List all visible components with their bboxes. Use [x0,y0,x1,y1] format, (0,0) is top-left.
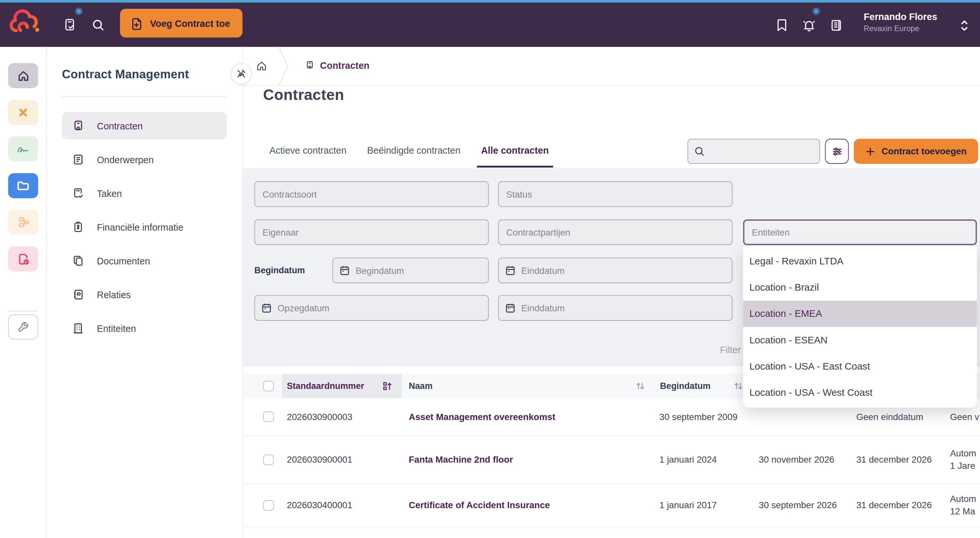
column-header-begindatum[interactable]: Begindatum [660,381,710,391]
select-all-checkbox[interactable] [263,381,274,391]
entities-building-icon [72,322,84,334]
contracts-shortcut-button[interactable] [61,16,78,33]
sort-numeric-icon[interactable] [382,381,392,391]
calendar-icon [261,302,272,314]
filter-contractsoort [255,181,489,207]
column-header-standaardnummer[interactable]: Standaardnummer [287,381,364,391]
eigenaar-input[interactable] [255,220,489,245]
app-logo-cloud[interactable] [9,9,43,41]
tasks-icon [72,187,84,199]
voeg-contract-toe-button[interactable]: Voeg Contract toe [120,9,242,38]
dropdown-option-legal-revaxin-ltda[interactable]: Legal - Revaxin LTDA [743,248,977,275]
contracts-notification-dot [75,8,83,15]
folder-icon [16,180,30,192]
row-checkbox[interactable] [263,412,274,422]
news-icon [829,18,843,32]
rail-item-signature[interactable] [8,136,38,161]
rail-item-structure[interactable] [8,209,38,234]
breadcrumb-separator [278,47,289,88]
cell-opzegdatum: 30 september 2026 [759,500,837,511]
sidebar-item-financiele-informatie[interactable]: Financiële informatie [62,213,227,241]
filter-link[interactable]: Filter [720,344,741,355]
bell-icon [802,18,816,32]
relations-icon [72,288,84,301]
sidebar-divider [62,96,226,97]
rail-item-settings[interactable] [8,315,38,339]
page-title: Contracten [263,86,344,103]
notifications-button[interactable] [800,17,817,33]
org-chart-icon [17,215,30,228]
sidebar-item-documenten[interactable]: Documenten [62,247,227,275]
begindatum-input[interactable] [332,258,489,283]
row-checkbox[interactable] [263,454,274,465]
table-row[interactable]: 2026030400001 Certificate of Accident In… [243,484,980,527]
cell-standaardnummer: 2026030900001 [287,454,352,465]
calendar-icon [504,264,516,276]
filter-opzegdatum [255,295,489,321]
sidebar-item-onderwerpen[interactable]: Onderwerpen [62,146,227,173]
global-search-button[interactable] [90,17,107,33]
topics-icon [72,153,84,166]
sidebar-item-contracten[interactable]: Contracten [62,112,227,140]
rail-divider [8,310,38,311]
search-input[interactable] [687,139,820,164]
cell-naam-link[interactable]: Certificate of Accident Insurance [409,500,550,511]
dropdown-option-location-emea[interactable]: Location - EMEA [743,301,977,327]
dropdown-option-location-esean[interactable]: Location - ESEAN [743,327,977,353]
bookmarks-button[interactable] [774,17,790,33]
table-search [687,139,820,164]
sidebar-item-taken[interactable]: Taken [62,180,227,207]
sort-arrows-icon[interactable] [733,381,743,391]
breadcrumb-current[interactable]: Contracten [305,59,369,70]
sort-arrows-icon[interactable] [635,381,646,391]
table-row[interactable]: 2026030900001 Fanta Machine 2nd floor 1 … [243,436,980,484]
dropdown-option-location-usa-west-coast[interactable]: Location - USA - West Coast [743,379,977,406]
tab-beeindigde-contracten[interactable]: Beëindigde contracten [363,140,465,167]
einddatum-2-input[interactable] [498,295,733,321]
filter-begindatum [332,258,489,283]
status-input[interactable] [498,181,733,207]
document-plus-icon [130,17,143,30]
document-clock-icon [17,252,30,266]
einddatum-input[interactable] [498,258,733,283]
breadcrumb-home[interactable] [256,60,267,74]
rail-item-documents[interactable] [8,173,38,198]
cell-opzegdatum: 30 november 2026 [759,454,835,465]
sidebar-item-entiteiten[interactable]: Entiteiten [62,315,227,342]
user-menu-toggle[interactable] [956,18,972,34]
top-accent-strip [0,0,980,3]
rail-item-expiring[interactable] [8,247,38,271]
opzegdatum-input[interactable] [255,295,489,321]
rail-item-insurance[interactable] [8,100,38,125]
cell-naam-link[interactable]: Asset Management overeenkomst [409,412,555,422]
contractsoort-input[interactable] [255,181,489,207]
contract-icon [305,59,315,70]
column-header-naam[interactable]: Naam [409,381,433,391]
contract-icon [72,119,84,132]
sidebar-item-relaties[interactable]: Relaties [62,281,227,308]
voeg-contract-toe-label: Voeg Contract toe [150,18,230,28]
cell-naam-link[interactable]: Fanta Machine 2nd floor [409,454,513,465]
contractpartijen-input[interactable] [498,220,733,245]
main-content: Contracten Contracten Actieve contracten… [243,47,980,538]
unpin-icon [235,68,247,79]
top-bar: Voeg Contract toe Fernando Flores Revaxi… [0,3,980,47]
cell-einddatum: 31 december 2026 [856,500,932,511]
sidebar-unpin-button[interactable] [231,63,252,84]
filter-toggle-button[interactable] [825,139,849,164]
entiteiten-input[interactable] [743,220,977,245]
news-button[interactable] [828,17,845,33]
dropdown-option-location-usa-east-coast[interactable]: Location - USA - East Coast [743,353,977,379]
contract-toevoegen-button[interactable]: Contract toevoegen [854,139,978,164]
verlenging-duur: 12 Ma [950,505,976,518]
tab-actieve-contracten[interactable]: Actieve contracten [265,140,351,167]
tab-label: Beëindigde contracten [367,145,461,156]
home-icon [256,60,267,72]
row-checkbox[interactable] [263,500,274,511]
dropdown-option-location-brazil[interactable]: Location - Brazil [743,275,977,301]
plus-icon [865,146,876,157]
rail-item-home[interactable] [8,63,38,88]
cloud-logo-icon [9,9,43,39]
tab-alle-contracten[interactable]: Alle contracten [477,140,553,167]
sidebar-item-label: Relaties [97,289,131,300]
